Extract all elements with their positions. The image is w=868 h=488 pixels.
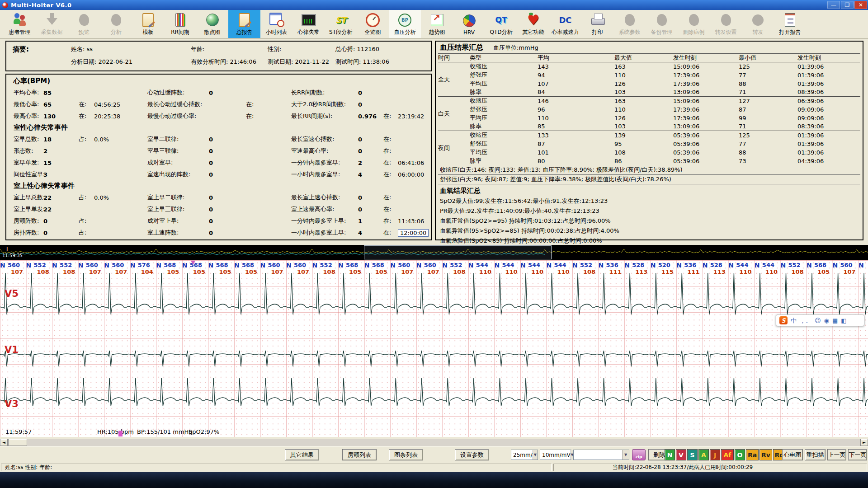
stat-label: 在: bbox=[383, 205, 398, 213]
bp-value-cell: 平均压 bbox=[470, 148, 538, 157]
gray-circle-icon bbox=[749, 12, 767, 28]
beat-type-button-S[interactable]: S bbox=[687, 449, 698, 460]
toolbar-item-7[interactable]: 散点图 bbox=[196, 10, 228, 38]
stat-value: 0.0% bbox=[94, 194, 147, 201]
speed-select[interactable]: 25mm/▼ bbox=[511, 450, 538, 460]
toolbar-item-10[interactable]: 心律失常 bbox=[292, 10, 325, 38]
beat-type-button-O[interactable]: O bbox=[735, 449, 745, 460]
toolbar-item-label: 心律失常 bbox=[298, 28, 320, 36]
rhythm-overview-strip[interactable]: I 11:59:35 bbox=[0, 245, 868, 260]
ecg-grid-area[interactable]: N560107N552108N552108N560107N560107N5761… bbox=[0, 260, 868, 437]
button-2[interactable]: 房颤列表 bbox=[342, 449, 377, 460]
toolbar-item-9[interactable]: 小时列表 bbox=[260, 10, 292, 38]
stat-value: 0 bbox=[43, 218, 79, 225]
summary-field: 年龄: bbox=[191, 45, 204, 53]
gray-blob-icon bbox=[717, 12, 735, 28]
stat-value: 0.0% bbox=[94, 136, 147, 143]
ime-toolbox-icon[interactable]: ◧ bbox=[841, 318, 846, 324]
minimize-button[interactable]: — bbox=[827, 1, 840, 9]
beat-type-button-J[interactable]: J bbox=[710, 449, 720, 460]
chevron-down-icon[interactable]: ▼ bbox=[622, 450, 629, 460]
stat-label: 在: bbox=[246, 100, 259, 108]
toolbar-item-16[interactable]: QTD分析 bbox=[485, 10, 517, 38]
toolbar-item-18[interactable]: 心率减速力 bbox=[549, 10, 581, 38]
ime-mic-icon[interactable]: ◉ bbox=[824, 318, 829, 324]
scroll-left-arrow-icon[interactable]: ◄ bbox=[0, 439, 8, 446]
stat-label: 室早总数: bbox=[14, 135, 43, 143]
toolbar-item-label: QTD分析 bbox=[490, 28, 512, 36]
button-心电图[interactable]: 心电图 bbox=[782, 449, 803, 460]
toolbar-item-8[interactable]: 总报告 bbox=[228, 10, 260, 38]
bp-value-cell: 平均压 bbox=[470, 114, 538, 122]
toolbar-item-label: 其它功能 bbox=[523, 28, 544, 36]
bp-value-cell: 84 bbox=[538, 88, 614, 97]
beat-type-button-N[interactable]: N bbox=[665, 449, 675, 460]
gain-select[interactable]: 10mm/mV▼ bbox=[540, 450, 571, 460]
horizontal-scrollbar[interactable]: ◄ ► bbox=[0, 439, 868, 446]
bp-value-cell: 101 bbox=[538, 148, 614, 157]
stat-label: 最高心率: bbox=[14, 112, 43, 120]
toolbar-item-1[interactable]: 患者管理 bbox=[4, 10, 36, 38]
toolbar-item-label: HRV bbox=[463, 29, 475, 36]
beat-type-button-Rv[interactable]: Rv bbox=[760, 449, 772, 460]
toolbar-item-label: 模板 bbox=[143, 28, 154, 36]
toolbar-item-5[interactable]: 模板 bbox=[132, 10, 164, 38]
stat-value: 0 bbox=[358, 101, 383, 108]
stat-value-focused[interactable]: 12:00:00 bbox=[398, 229, 429, 237]
scrollbar-thumb[interactable] bbox=[8, 439, 27, 446]
bp-column-header: 发生时刻 bbox=[797, 54, 860, 62]
stat-value: 0 bbox=[43, 230, 79, 236]
maximize-button[interactable]: ❐ bbox=[841, 1, 854, 9]
bp-note-line: 收缩压(白天:146; 夜间:133; 差值:13; 血压下降率:8.90%; … bbox=[438, 165, 860, 175]
button-重扫描[interactable]: 重扫描 bbox=[805, 449, 826, 460]
toolbar-item-17[interactable]: 其它功能 bbox=[517, 10, 549, 38]
ime-punctuation-icon[interactable]: ，。 bbox=[800, 318, 811, 324]
spo2-line: SpO2最大值:99;发生在:11:56:42;最小值:91,发生在:12:13… bbox=[438, 196, 860, 206]
extra-select[interactable]: ▼ bbox=[573, 450, 629, 460]
ime-lang-zh-icon[interactable]: 中 bbox=[791, 318, 797, 324]
button-1[interactable]: 其它结果 bbox=[285, 449, 319, 460]
toolbar-item-14[interactable]: 趋势图 bbox=[421, 10, 453, 38]
toolbar-item-15[interactable]: HRV bbox=[453, 10, 485, 38]
ime-keyboard-icon[interactable]: ▦ bbox=[832, 318, 838, 324]
bp-value-cell: 133 bbox=[538, 131, 614, 140]
toolbar-item-13[interactable]: 血压分析 bbox=[389, 10, 421, 38]
button-上一页[interactable]: 上一页 bbox=[827, 449, 846, 460]
toolbar-item-19[interactable]: 打印 bbox=[581, 10, 613, 38]
bp-table-row: 白天收缩压14616315:09:0612706:39:06 bbox=[438, 97, 860, 105]
close-button[interactable]: ✕ bbox=[854, 1, 867, 9]
button-4[interactable]: 设置参数 bbox=[455, 449, 489, 460]
bp-value-cell: 126 bbox=[614, 114, 673, 122]
sogou-logo-icon[interactable]: S bbox=[779, 316, 788, 324]
rhythm-selection-box[interactable] bbox=[364, 245, 552, 259]
button-下一页[interactable]: 下一页 bbox=[848, 449, 867, 460]
toolbar-item-label: 备份管理 bbox=[651, 28, 673, 36]
chevron-down-icon[interactable]: ▼ bbox=[533, 450, 538, 460]
stat-label: 在: bbox=[383, 147, 398, 155]
bp-column-header: 类型 bbox=[470, 54, 538, 62]
toolbar-item-25[interactable]: 打开报告 bbox=[774, 10, 806, 38]
lead-label-V1: V1 bbox=[5, 344, 19, 355]
beat-type-button-A[interactable]: A bbox=[698, 449, 709, 460]
zip-export-icon[interactable]: zip bbox=[632, 449, 646, 460]
beat-type-button-Ra[interactable]: Ra bbox=[746, 449, 759, 460]
button-3[interactable]: 图条列表 bbox=[389, 449, 423, 460]
toolbar-item-12[interactable]: 全览图 bbox=[357, 10, 389, 38]
ime-emoji-icon[interactable]: ☺ bbox=[815, 318, 821, 324]
stat-value: 0 bbox=[209, 194, 246, 201]
stat-value: 1 bbox=[358, 218, 383, 225]
summary-field-label: 年龄: bbox=[191, 46, 204, 52]
clockred-icon bbox=[364, 12, 382, 28]
toolbar-item-11[interactable]: ST段分析 bbox=[325, 10, 357, 38]
summary-field: 测试日期: 2021-11-22 bbox=[268, 58, 329, 66]
st-icon bbox=[332, 12, 350, 28]
ecg-trace-V3 bbox=[0, 378, 868, 406]
toolbar-item-6[interactable]: RR间期 bbox=[164, 10, 196, 38]
beat-type-button-V[interactable]: V bbox=[676, 449, 686, 460]
beat-type-button-Af[interactable]: Af bbox=[721, 449, 734, 460]
stat-value: 0 bbox=[209, 160, 246, 166]
scroll-right-arrow-icon[interactable]: ► bbox=[860, 439, 868, 446]
ime-toolbar[interactable]: S 中，。☺◉▦◧ bbox=[776, 314, 864, 326]
summary-field: 性别: bbox=[268, 45, 281, 53]
os-taskbar[interactable] bbox=[0, 472, 868, 488]
